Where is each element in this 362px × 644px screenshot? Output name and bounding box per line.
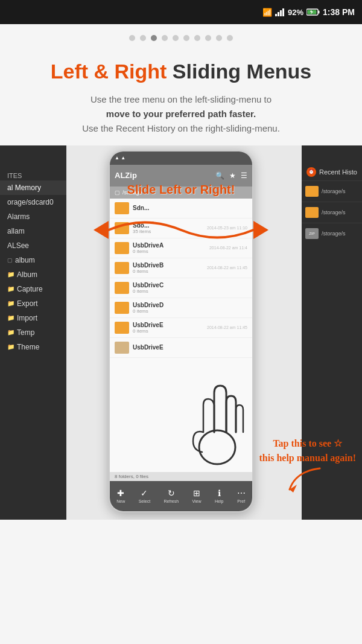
folder-icon-temp: 📁 (7, 329, 14, 336)
folder-icon-5 (115, 302, 129, 314)
file-name-2: UsbDriveA (133, 242, 206, 249)
file-item-7[interactable]: UsbDriveE (110, 338, 252, 358)
phone-file-list: Sdn... Sdo... 35 items 2014-05-23 am 11:… (110, 199, 252, 472)
star-icon[interactable]: ★ (229, 171, 236, 180)
dot-2[interactable] (140, 35, 146, 41)
theme-label: Theme (17, 343, 39, 351)
folder-icon-r2 (305, 207, 319, 218)
phone-topbar: ALZip 🔍 ★ ☰ (110, 165, 252, 187)
phone-btn-help[interactable]: ℹ Help (215, 488, 223, 503)
phone-btn-select[interactable]: ✓ Select (139, 488, 150, 503)
folder-icon-export: 📁 (7, 300, 14, 307)
left-panel-theme[interactable]: 📁 Theme (0, 340, 66, 354)
file-date-1: 2014-05-23 am 11:10 (207, 226, 247, 230)
sdcard-label: orage/sdcard0 (7, 198, 54, 206)
left-panel-album[interactable]: 📁 Album (0, 267, 66, 282)
left-panel: ites al Memory orage/sdcard0 Alarms alla… (0, 145, 66, 520)
checkbox-icon: ▢ (7, 257, 13, 263)
dot-5[interactable] (173, 35, 179, 41)
dot-6[interactable] (183, 35, 189, 41)
recent-history-label: Recent Histo (319, 168, 357, 176)
file-meta-3: 0 items (133, 269, 203, 274)
folder-icon-3 (115, 262, 129, 274)
right-panel: ⏰ Recent Histo /storage/s /storage/s ZIP… (302, 145, 362, 520)
help-label: Help (215, 499, 223, 503)
dot-7[interactable] (194, 35, 200, 41)
new-label: New (116, 499, 125, 503)
refresh-label: Refresh (164, 499, 179, 503)
pagination-dots (0, 24, 362, 47)
dot-10[interactable] (227, 35, 233, 41)
file-item-3[interactable]: UsbDriveB 0 items 2014-08-22 am 11:45 (110, 258, 252, 278)
help-icon: ℹ (218, 488, 221, 498)
svg-rect-2 (280, 10, 282, 16)
file-meta-2: 0 items (133, 249, 206, 254)
center-phone: ▲ ▲ ALZip 🔍 ★ ☰ ▢ / storage (109, 150, 253, 512)
folder-icon-album: 📁 (7, 271, 14, 278)
hero-title-rest: Sliding Menus (167, 60, 311, 83)
phone-footer-count: 8 folders, 0 files (110, 472, 252, 481)
allam-label: allam (7, 227, 25, 235)
menu-icon[interactable]: ☰ (241, 171, 247, 180)
export-label: Export (17, 299, 38, 308)
battery-percent: 92% (288, 8, 303, 17)
left-panel-capture[interactable]: 📁 Capture (0, 282, 66, 296)
right-history-2[interactable]: /storage/s (302, 202, 362, 223)
time-display: 1:38 PM (323, 7, 355, 17)
svg-marker-9 (253, 221, 268, 239)
memory-label: al Memory (7, 183, 41, 192)
dot-8[interactable] (205, 35, 211, 41)
file-item-5[interactable]: UsbDriveD 0 items (110, 298, 252, 318)
file-info-7: UsbDriveE (133, 344, 247, 351)
import-label: Import (17, 314, 37, 322)
left-panel-memory[interactable]: al Memory (0, 180, 66, 195)
file-item-1[interactable]: Sdo... 35 items 2014-05-23 am 11:10 (110, 218, 252, 238)
folder-icon-6 (115, 322, 129, 334)
left-panel-import[interactable]: 📁 Import (0, 311, 66, 325)
file-meta-1: 35 items (133, 229, 203, 234)
left-panel-allam[interactable]: allam (0, 224, 66, 238)
file-item-6[interactable]: UsbDriveE 0 items 2014-08-22 am 11:45 (110, 318, 252, 338)
temp-label: Temp (17, 328, 34, 337)
dot-1[interactable] (129, 35, 135, 41)
right-path-2: /storage/s (322, 209, 346, 215)
file-info-0: Sdn... (133, 205, 247, 211)
folder-icon-r1 (305, 186, 319, 197)
folder-icon-0 (115, 202, 129, 214)
right-panel-header: ⏰ Recent Histo (302, 164, 362, 180)
dot-9[interactable] (216, 35, 222, 41)
right-history-3[interactable]: ZIP /storage/s (302, 223, 362, 244)
capture-label: Capture (17, 285, 43, 293)
phone-btn-pref[interactable]: ⋯ Pref (237, 488, 246, 503)
phone-btn-view[interactable]: ⊞ View (192, 488, 201, 503)
wifi-icon: 📶 (262, 8, 272, 17)
hero-title: Left & Right Sliding Menus (18, 59, 344, 84)
left-panel-export[interactable]: 📁 Export (0, 296, 66, 311)
left-panel-alsee[interactable]: ALSee (0, 238, 66, 253)
left-panel-sdcard[interactable]: orage/sdcard0 (0, 195, 66, 209)
left-panel-album-check[interactable]: ▢ album (0, 253, 66, 267)
svg-marker-8 (94, 221, 109, 239)
file-meta-4: 0 items (133, 289, 247, 294)
dot-3[interactable] (151, 35, 157, 41)
search-icon[interactable]: 🔍 (215, 171, 224, 180)
file-item-4[interactable]: UsbDriveC 0 items (110, 278, 252, 298)
file-item-0[interactable]: Sdn... (110, 199, 252, 218)
left-panel-section: ites (0, 170, 66, 180)
left-panel-temp[interactable]: 📁 Temp (0, 325, 66, 340)
file-name-4: UsbDriveC (133, 282, 247, 289)
right-history-1[interactable]: /storage/s (302, 180, 362, 202)
phone-btn-new[interactable]: ✚ New (116, 488, 125, 503)
phone-btn-refresh[interactable]: ↻ Refresh (164, 488, 179, 503)
dot-4[interactable] (162, 35, 168, 41)
file-name-3: UsbDriveB (133, 262, 203, 269)
file-name-0: Sdn... (133, 205, 247, 211)
alsee-label: ALSee (7, 241, 29, 250)
file-info-6: UsbDriveE 0 items (133, 322, 203, 334)
hero-subtitle-line1: Use the tree menu on the left-sliding-me… (91, 94, 272, 104)
status-icons: 📶 92% 1:38 PM (262, 7, 355, 17)
file-date-2: 2014-08-22 am 11:4 (209, 246, 247, 250)
left-panel-alarms[interactable]: Alarms (0, 209, 66, 224)
file-item-2[interactable]: UsbDriveA 0 items 2014-08-22 am 11:4 (110, 238, 252, 258)
pref-label: Pref (237, 499, 245, 503)
